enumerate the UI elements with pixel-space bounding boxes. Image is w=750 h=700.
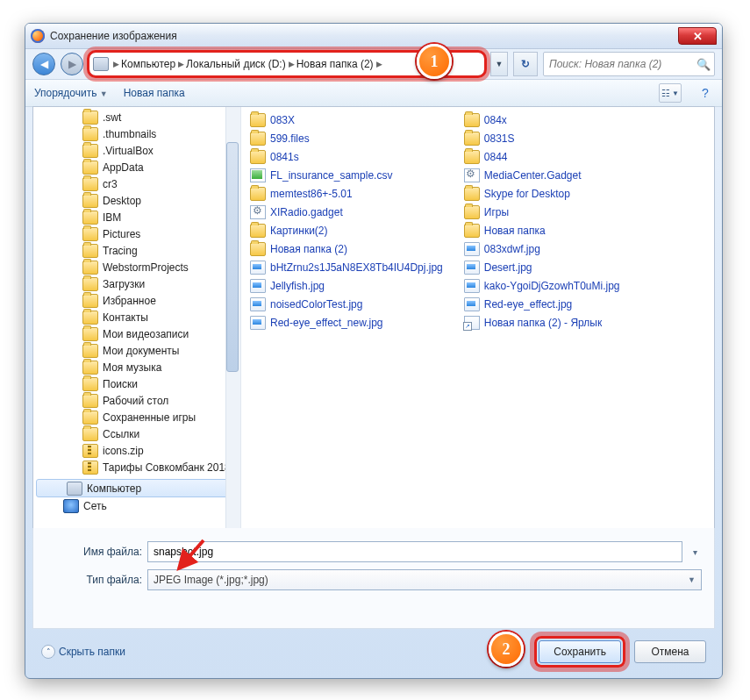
tree-item[interactable]: Контакты bbox=[33, 309, 240, 325]
file-item[interactable]: Новая папка (2) - Ярлык bbox=[464, 315, 620, 331]
folder-icon bbox=[82, 261, 98, 275]
file-item[interactable]: noisedColorTest.jpg bbox=[250, 296, 443, 312]
tree-item[interactable]: Моя музыка bbox=[33, 359, 240, 375]
tree-item[interactable]: Сохраненные игры bbox=[33, 409, 240, 425]
tree-item[interactable]: WebstormProjects bbox=[33, 259, 240, 275]
tree-scrollbar-thumb[interactable] bbox=[226, 142, 239, 372]
breadcrumb-item[interactable]: Компьютер▶ bbox=[121, 58, 184, 70]
tree-item[interactable]: icons.zip bbox=[33, 442, 240, 459]
tree-item-network[interactable]: Сеть bbox=[33, 497, 240, 514]
file-item-label: 0844 bbox=[484, 151, 508, 163]
tree-item[interactable]: IBM bbox=[33, 209, 240, 225]
file-item[interactable]: MediaCenter.Gadget bbox=[464, 168, 620, 183]
folder-icon bbox=[82, 244, 98, 258]
search-input[interactable] bbox=[547, 57, 693, 71]
file-item[interactable]: 083X bbox=[250, 112, 443, 128]
folder-icon bbox=[82, 277, 98, 291]
tree-item[interactable]: .thumbnails bbox=[33, 125, 240, 142]
file-item[interactable]: Новая папка (2) bbox=[250, 241, 443, 257]
tree-item-label: icons.zip bbox=[103, 445, 144, 457]
help-button[interactable]: ? bbox=[697, 84, 713, 102]
file-item[interactable]: Red-eye_effect.jpg bbox=[464, 296, 620, 312]
tree-item[interactable]: cr3 bbox=[33, 175, 240, 192]
file-item[interactable]: 0831S bbox=[464, 131, 620, 146]
svg-line-0 bbox=[179, 540, 204, 568]
file-item[interactable]: kako-YgoiDjGzowhT0uMi.jpg bbox=[464, 278, 620, 294]
file-item-label: Red-eye_effect_new.jpg bbox=[270, 317, 383, 329]
close-button[interactable]: ✕ bbox=[678, 27, 717, 45]
zip-icon bbox=[82, 461, 98, 475]
file-item-label: XIRadio.gadget bbox=[270, 206, 343, 218]
tree-item[interactable]: Tracing bbox=[33, 242, 240, 259]
cancel-button[interactable]: Отмена bbox=[634, 640, 706, 663]
refresh-button[interactable]: ↻ bbox=[513, 52, 538, 76]
folder-icon bbox=[82, 211, 98, 225]
file-item-label: noisedColorTest.jpg bbox=[270, 298, 362, 311]
new-folder-button[interactable]: Новая папка bbox=[124, 87, 185, 99]
tree-item[interactable]: Загрузки bbox=[33, 275, 240, 292]
save-button[interactable]: Сохранить bbox=[539, 640, 621, 663]
file-item[interactable]: Игры bbox=[464, 204, 620, 220]
address-history-button[interactable]: ▼ bbox=[490, 52, 508, 76]
tree-item[interactable]: .swt bbox=[33, 109, 240, 125]
file-item[interactable]: bHtZrnu2s1J5aN8EX8Tb4IU4Dpj.jpg bbox=[250, 260, 443, 275]
file-item[interactable]: 083xdwf.jpg bbox=[464, 241, 620, 257]
titlebar: Сохранение изображения ✕ bbox=[25, 24, 722, 49]
file-item[interactable]: memtest86+-5.01 bbox=[250, 186, 443, 202]
tree-item[interactable]: Поиски bbox=[33, 375, 240, 392]
filename-input[interactable] bbox=[147, 541, 682, 562]
breadcrumb-item[interactable]: Новая папка (2)▶ bbox=[296, 58, 382, 70]
folder-icon bbox=[82, 411, 98, 425]
chevron-up-icon: ˄ bbox=[41, 645, 55, 659]
tree-item[interactable]: Избранное bbox=[33, 292, 240, 309]
tree-item[interactable]: Рабочий стол bbox=[33, 392, 240, 409]
file-item[interactable]: XIRadio.gadget bbox=[250, 204, 443, 220]
file-item-label: 083xdwf.jpg bbox=[484, 243, 540, 255]
folder-icon bbox=[82, 144, 98, 158]
file-item[interactable]: 0841s bbox=[250, 149, 443, 165]
file-item-label: 0841s bbox=[270, 151, 299, 163]
organize-button[interactable]: Упорядочить ▼ bbox=[34, 87, 108, 99]
folder-icon bbox=[464, 187, 480, 201]
tree-item-label: .swt bbox=[103, 111, 121, 124]
tree-item[interactable]: Мои документы bbox=[33, 342, 240, 359]
file-item[interactable]: Skype for Desktop bbox=[464, 186, 620, 202]
tree-item[interactable]: Мои видеозаписи bbox=[33, 325, 240, 342]
folder-icon bbox=[82, 427, 98, 441]
filename-history-button[interactable]: ▾ bbox=[688, 547, 702, 557]
tree-item[interactable]: Тарифы Совкомбанк 2018.zip bbox=[33, 459, 240, 475]
folder-icon bbox=[82, 377, 98, 391]
window-title: Сохранение изображения bbox=[50, 30, 673, 42]
file-item[interactable]: 599.files bbox=[250, 131, 443, 146]
file-item[interactable]: 0844 bbox=[464, 149, 620, 165]
search-box[interactable]: 🔍 bbox=[543, 52, 715, 76]
file-list[interactable]: 083X599.files0841sFL_insurance_sample.cs… bbox=[241, 107, 714, 537]
folder-icon bbox=[82, 161, 98, 175]
tree-item-label: cr3 bbox=[103, 178, 118, 190]
tree-item[interactable]: Pictures bbox=[33, 225, 240, 242]
tree-scrollbar-track[interactable] bbox=[225, 107, 240, 537]
tree-item[interactable]: Ссылки bbox=[33, 425, 240, 442]
filetype-combo[interactable]: JPEG Image (*.jpg;*.jpg) ▼ bbox=[147, 569, 702, 590]
file-item[interactable]: Новая папка bbox=[464, 223, 620, 239]
computer-icon bbox=[93, 57, 109, 71]
folder-icon bbox=[82, 194, 98, 208]
hide-folders-link[interactable]: ˄ Скрыть папки bbox=[41, 645, 125, 659]
tree-item[interactable]: .VirtualBox bbox=[33, 142, 240, 159]
file-item[interactable]: 084x bbox=[464, 112, 620, 128]
file-item-label: 083X bbox=[270, 114, 295, 126]
tree-item[interactable]: Desktop bbox=[33, 192, 240, 209]
forward-button[interactable]: ▶ bbox=[61, 53, 83, 75]
tree-item[interactable]: AppData bbox=[33, 159, 240, 175]
breadcrumb-item[interactable]: Локальный диск (D:)▶ bbox=[186, 58, 295, 70]
folder-icon bbox=[82, 227, 98, 241]
file-item[interactable]: FL_insurance_sample.csv bbox=[250, 168, 443, 183]
tree-item-computer[interactable]: Компьютер bbox=[36, 479, 238, 497]
view-button[interactable]: ☷ ▼ bbox=[659, 83, 682, 103]
folder-tree[interactable]: .swt.thumbnails.VirtualBoxAppDatacr3Desk… bbox=[33, 107, 241, 537]
file-item[interactable]: Red-eye_effect_new.jpg bbox=[250, 315, 443, 331]
file-item[interactable]: Desert.jpg bbox=[464, 260, 620, 275]
back-button[interactable]: ◀ bbox=[32, 53, 55, 75]
file-item[interactable]: Jellyfish.jpg bbox=[250, 278, 443, 294]
file-item[interactable]: Картинки(2) bbox=[250, 223, 443, 239]
